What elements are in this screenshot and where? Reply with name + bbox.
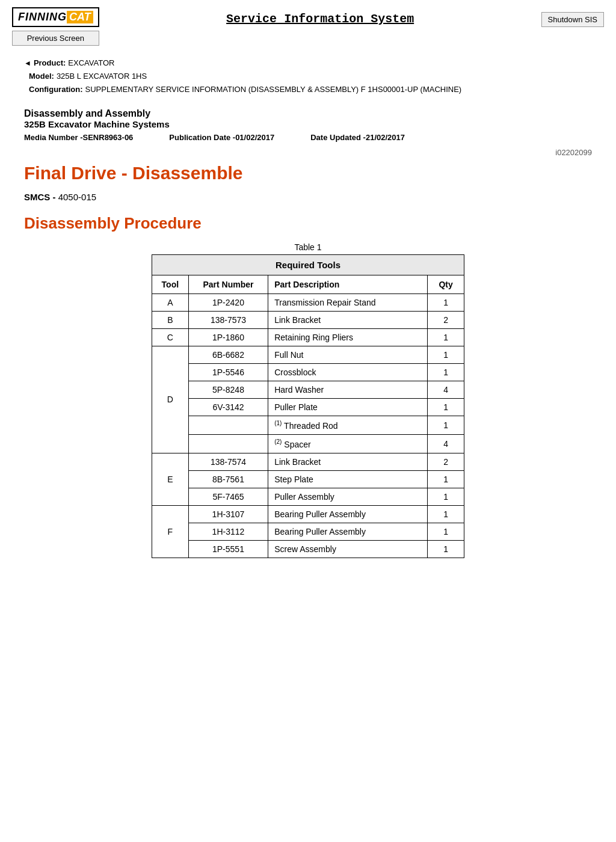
tool-cell: A [152, 294, 189, 312]
qty-cell: 2 [428, 453, 464, 470]
shutdown-sis-button[interactable]: Shutdown SIS [541, 12, 604, 27]
part-number-cell: 1P-5551 [188, 540, 268, 558]
doc-title1: Disassembly and Assembly [24, 108, 592, 119]
part-desc-cell: Bearing Puller Assembly [268, 505, 428, 523]
col-header-tool: Tool [152, 275, 189, 294]
part-number-cell: 1P-1860 [188, 329, 268, 346]
header-center: Service Information System [99, 7, 541, 26]
pub-date: Publication Date -01/02/2017 [169, 133, 274, 142]
part-desc-cell: Puller Assembly [268, 488, 428, 505]
part-desc-cell: Link Bracket [268, 453, 428, 470]
part-desc-cell: (1) Threaded Rod [268, 416, 428, 435]
media-number: Media Number -SENR8963-06 [24, 133, 133, 142]
model-line: Model: 325B L EXCAVATOR 1HS [24, 70, 592, 83]
col-header-qty: Qty [428, 275, 464, 294]
qty-cell: 1 [428, 346, 464, 364]
part-desc-cell: Puller Plate [268, 399, 428, 416]
header-right: Shutdown SIS [541, 7, 604, 27]
qty-cell: 2 [428, 312, 464, 329]
doc-heading: Disassembly and Assembly 325B Excavator … [0, 102, 616, 142]
smcs-value: 4050-015 [58, 192, 96, 202]
required-tools-table: Required Tools Tool Part Number Part Des… [152, 254, 464, 558]
qty-cell: 4 [428, 434, 464, 453]
qty-cell: 1 [428, 399, 464, 416]
tool-cell: F [152, 505, 189, 558]
tool-cell: C [152, 329, 189, 346]
part-desc-cell: Retaining Ring Pliers [268, 329, 428, 346]
smcs-label: SMCS - [24, 192, 56, 202]
part-number-cell: 5F-7465 [188, 488, 268, 505]
qty-cell: 1 [428, 294, 464, 312]
part-number-cell: 5P-8248 [188, 381, 268, 399]
qty-cell: 1 [428, 505, 464, 523]
qty-cell: 4 [428, 381, 464, 399]
qty-cell: 1 [428, 470, 464, 488]
required-tools-header: Required Tools [152, 255, 464, 275]
main-content: Final Drive - Disassemble SMCS - 4050-01… [0, 163, 616, 558]
part-number-cell: 6V-3142 [188, 399, 268, 416]
part-desc-cell: Link Bracket [268, 312, 428, 329]
part-desc-cell: Full Nut [268, 346, 428, 364]
col-header-desc: Part Description [268, 275, 428, 294]
logo-cat: CAT [67, 11, 93, 23]
qty-cell: 1 [428, 329, 464, 346]
logo-finning: FINNING [18, 11, 67, 23]
part-number-cell: 138-7573 [188, 312, 268, 329]
logo-area: FINNING CAT Previous Screen [12, 7, 99, 46]
table-label: Table 1 [24, 242, 592, 252]
part-number-cell: 1H-3112 [188, 523, 268, 540]
qty-cell: 1 [428, 364, 464, 381]
product-line: ◄ Product: EXCAVATOR [24, 57, 592, 70]
part-number-cell [188, 434, 268, 453]
doc-title2: 325B Excavator Machine Systems [24, 119, 592, 129]
service-info-title: Service Information System [99, 12, 541, 26]
logo-box: FINNING CAT [12, 7, 99, 27]
qty-cell: 1 [428, 416, 464, 435]
product-label: Product: [34, 57, 66, 70]
part-desc-cell: (2) Spacer [268, 434, 428, 453]
date-updated: Date Updated -21/02/2017 [310, 133, 405, 142]
part-desc-cell: Hard Washer [268, 381, 428, 399]
ref-number: i02202099 [0, 142, 616, 163]
part-desc-cell: Crossblock [268, 364, 428, 381]
product-arrow: ◄ [24, 57, 31, 69]
tool-cell: D [152, 346, 189, 453]
media-line: Media Number -SENR8963-06 Publication Da… [24, 133, 592, 142]
tool-cell: E [152, 453, 189, 505]
part-number-cell: 1H-3107 [188, 505, 268, 523]
part-desc-cell: Step Plate [268, 470, 428, 488]
part-desc-cell: Bearing Puller Assembly [268, 523, 428, 540]
config-label: Configuration: [29, 83, 83, 96]
previous-screen-button[interactable]: Previous Screen [12, 31, 99, 46]
product-info: ◄ Product: EXCAVATOR Model: 325B L EXCAV… [0, 46, 616, 102]
part-number-cell: 6B-6682 [188, 346, 268, 364]
part-desc-cell: Screw Assembly [268, 540, 428, 558]
config-value: SUPPLEMENTARY SERVICE INFORMATION (DISAS… [85, 83, 462, 96]
page-title: Final Drive - Disassemble [24, 163, 592, 183]
tool-cell: B [152, 312, 189, 329]
config-line: Configuration: SUPPLEMENTARY SERVICE INF… [24, 83, 592, 96]
header: FINNING CAT Previous Screen Service Info… [0, 0, 616, 46]
part-number-cell: 8B-7561 [188, 470, 268, 488]
section-title: Disassembly Procedure [24, 214, 592, 233]
part-number-cell [188, 416, 268, 435]
model-value: 325B L EXCAVATOR 1HS [57, 70, 147, 83]
part-desc-cell: Transmission Repair Stand [268, 294, 428, 312]
col-header-part: Part Number [188, 275, 268, 294]
part-number-cell: 1P-2420 [188, 294, 268, 312]
smcs-line: SMCS - 4050-015 [24, 192, 592, 202]
part-number-cell: 1P-5546 [188, 364, 268, 381]
product-value: EXCAVATOR [68, 57, 114, 70]
part-number-cell: 138-7574 [188, 453, 268, 470]
model-label: Model: [29, 70, 54, 83]
qty-cell: 1 [428, 523, 464, 540]
qty-cell: 1 [428, 540, 464, 558]
qty-cell: 1 [428, 488, 464, 505]
